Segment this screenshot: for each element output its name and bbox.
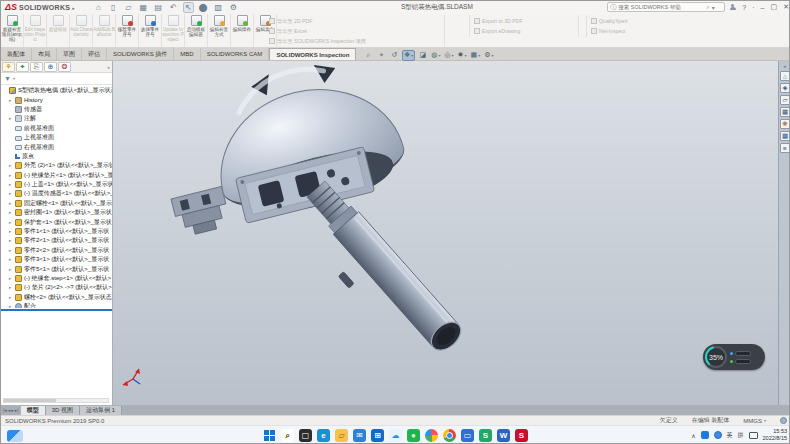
ribbon-button[interactable]: 编辑操作 <box>231 14 254 47</box>
save-icon[interactable]: ▦ <box>138 2 149 13</box>
tab-nav-arrow-icon[interactable]: |◂ <box>3 407 7 413</box>
appearances-icon[interactable]: ❋ <box>780 119 790 129</box>
document-tab[interactable]: 3D 视图 <box>46 406 80 415</box>
user-account-icon[interactable] <box>729 4 736 11</box>
tree-item[interactable]: ▸ 传感器 <box>1 105 112 114</box>
logo-expand-arrow-icon[interactable]: ▸ <box>72 5 75 11</box>
graphics-viewport[interactable]: « ⌂◈▱▦❋▩≡ 35% <box>113 61 790 405</box>
tree-item[interactable]: ▸ 前视基准面 <box>1 124 112 133</box>
tree-item[interactable]: ▸ (-) 温度传感器<1> (默认<<默认>_ <box>1 189 112 198</box>
command-tab[interactable]: 装配体 <box>1 48 32 60</box>
ribbon-button[interactable]: 启动模板编辑器 <box>185 14 208 47</box>
tree-item[interactable]: ▸ 保护套<1> (默认<<默认>_显示状 <box>1 217 112 226</box>
tab-nav-arrow-icon[interactable]: ▸| <box>15 407 19 413</box>
store-icon[interactable]: ⊞ <box>371 429 384 442</box>
tree-item[interactable]: ▸ (-) 上盖<1> (默认<<默认>_显示状 <box>1 180 112 189</box>
cloud-app-icon[interactable]: ☁ <box>389 429 402 442</box>
edit-appearance-icon[interactable]: ✸ <box>457 50 468 61</box>
word-app-icon[interactable]: W <box>497 429 510 442</box>
ribbon-button[interactable]: Update Inspection Project <box>162 14 185 47</box>
tree-item[interactable]: ▸ 上视基准面 <box>1 133 112 142</box>
zoom-fit-icon[interactable]: ⌕ <box>363 50 374 61</box>
tree-item[interactable]: ▸ (-) 绝缘套.step<1> (默认<<默认> <box>1 274 112 283</box>
tree-item[interactable]: ▸ 零件1<1> (默认<<默认>_显示状 <box>1 227 112 236</box>
search-caret-icon[interactable]: ▾ <box>712 4 715 11</box>
scrollbar-thumb[interactable] <box>4 399 56 402</box>
clock[interactable]: 15:53 2022/8/15 <box>763 428 787 442</box>
tree-item[interactable]: ▸ 零件3<1> (默认<<默认>_显示状 <box>1 255 112 264</box>
tree-item[interactable]: ▸ (-) 垫片 (2)<2> ->? (默认<<默认> <box>1 283 112 292</box>
document-tab[interactable]: 运动算例 1 <box>80 406 122 415</box>
search-input[interactable] <box>618 4 704 10</box>
filter-icon[interactable]: ▼ <box>4 75 11 82</box>
task-view-icon[interactable]: ▢ <box>299 429 312 442</box>
green-app-icon[interactable]: ● <box>407 429 420 442</box>
rebuild-icon[interactable]: ⬤ <box>198 2 209 13</box>
new-document-icon[interactable]: ▯ <box>108 2 119 13</box>
custom-properties-icon[interactable]: ≡ <box>780 143 790 153</box>
close-button[interactable]: ✕ <box>783 3 789 11</box>
file-explorer-icon[interactable]: ▱ <box>335 429 348 442</box>
chrome-icon[interactable] <box>443 429 456 442</box>
command-tab[interactable]: 草图 <box>57 48 82 60</box>
minimize-button[interactable]: – <box>761 4 765 11</box>
command-tab[interactable]: MBD <box>174 48 200 60</box>
tab-nav-arrow-icon[interactable]: ◂ <box>8 407 11 413</box>
solidworks-app-icon[interactable]: S <box>515 429 528 442</box>
tree-item[interactable]: ▸ 密封圈<1> (默认<<默认>_显示状 <box>1 208 112 217</box>
file-explorer-icon[interactable]: ▱ <box>780 95 790 105</box>
help-caret[interactable]: · <box>752 4 754 11</box>
search-icon[interactable]: ⌕ <box>281 429 294 442</box>
ribbon-button[interactable]: 新建检查项目(amp;纸) <box>1 14 24 47</box>
widgets-button[interactable] <box>7 430 23 442</box>
tree-item[interactable]: ▸ (-) 绝缘垫片<1> (默认<<默认>_显 <box>1 171 112 180</box>
document-tab[interactable]: 模型 <box>21 406 46 415</box>
panel-splitter[interactable] <box>1 309 112 311</box>
device-button-bottom[interactable] <box>735 359 751 364</box>
ribbon-button[interactable]: 选择零件序号 <box>139 14 162 47</box>
panel-horizontal-scrollbar[interactable] <box>3 398 109 403</box>
tree-item[interactable]: ▸ 原点 <box>1 152 112 161</box>
security-tray-icon[interactable] <box>701 431 709 439</box>
tree-root-item[interactable]: ▸ S型铠装热电偶 (默认<默认_显示状态-1 <box>1 86 112 95</box>
command-tab[interactable]: 评估 <box>82 48 107 60</box>
tree-item[interactable]: ▸ 右视基准面 <box>1 142 112 151</box>
wps-spreadsheet-icon[interactable]: S <box>479 429 492 442</box>
ribbon-button[interactable]: 新建模板 <box>47 14 70 47</box>
hidden-icons-chevron[interactable]: ∧ <box>691 432 695 439</box>
panel-tabs-overflow[interactable]: » <box>107 64 110 70</box>
network-display-icon[interactable] <box>749 432 758 439</box>
tree-item[interactable]: ▸ 零件2<2> (默认<<默认>_显示状 <box>1 246 112 255</box>
ribbon-button[interactable]: Add Characteristic <box>70 14 93 47</box>
section-view-icon[interactable]: ◪ <box>417 50 428 61</box>
ime-indicator[interactable]: 拼 <box>738 431 744 440</box>
device-button-top[interactable] <box>735 351 751 356</box>
command-tab[interactable]: SOLIDWORKS CAM <box>201 48 270 60</box>
ribbon-button[interactable]: Edit Inspection Project <box>24 14 47 47</box>
command-tab[interactable]: SOLIDWORKS 插件 <box>107 48 174 60</box>
tree-item[interactable]: ▸ 螺栓<2> (默认<<默认>_显示状态 <box>1 293 112 302</box>
file-properties-icon[interactable]: ▧ <box>213 2 224 13</box>
units-selector[interactable]: MMGS ▾ <box>743 418 766 424</box>
view-settings-icon[interactable]: ⚙ <box>483 50 494 61</box>
solidworks-resources-icon[interactable]: ⌂ <box>780 71 790 81</box>
select-icon[interactable]: ↖ <box>183 2 194 13</box>
status-globe-icon[interactable] <box>780 417 787 424</box>
language-indicator[interactable]: 英 <box>727 431 733 440</box>
help-button[interactable]: ? <box>742 4 746 11</box>
display-style-icon[interactable]: ◍ <box>430 50 441 61</box>
tree-item[interactable]: ▸ 外壳 (2)<1> (默认<<默认>_显示状 <box>1 161 112 170</box>
tree-item[interactable]: ▸ 零件5<1> (默认<<默认>_显示状 <box>1 264 112 273</box>
design-library-icon[interactable]: ◈ <box>780 83 790 93</box>
ribbon-button[interactable]: Add/Edit Balloons <box>93 14 116 47</box>
mail-icon[interactable]: ✉ <box>353 429 366 442</box>
tree-item[interactable]: ▸ 配合 <box>1 302 112 308</box>
tree-item[interactable]: ▸ 零件2<1> (默认<<默认>_显示状 <box>1 236 112 245</box>
view-orientation-icon[interactable]: ❖ <box>402 50 415 61</box>
open-icon[interactable]: ▱ <box>123 2 134 13</box>
print-icon[interactable]: ▤ <box>153 2 164 13</box>
options-icon[interactable]: ⚙ <box>228 2 239 13</box>
tab-nav-arrow-icon[interactable]: ▸ <box>11 407 14 413</box>
help-search-box[interactable]: ⓘ ⌕ ▾ <box>607 2 725 12</box>
configurationmanager-tab[interactable]: ⎘ <box>30 62 43 72</box>
